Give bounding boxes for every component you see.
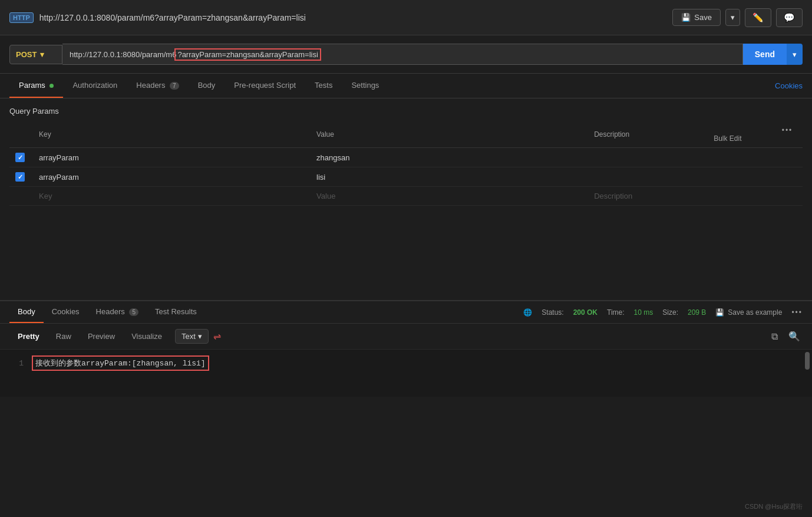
title-actions: 💾 Save ▾ ✏️ 💬 (672, 8, 803, 27)
method-chevron-icon: ▾ (40, 50, 44, 59)
format-tab-raw[interactable]: Raw (48, 329, 80, 344)
save-dropdown-button[interactable]: ▾ (725, 9, 740, 26)
empty-extra-cell (708, 187, 803, 206)
response-meta: 🌐 Status: 200 OK Time: 10 ms Size: 209 B… (523, 308, 803, 317)
save-icon: 💾 (681, 13, 691, 22)
row2-value-cell[interactable]: lisi (311, 167, 588, 187)
edit-button[interactable]: ✏️ (745, 8, 771, 27)
code-content-1: 接收到的参数arrayParam:[zhangsan, lisi] (33, 357, 208, 370)
row1-value-cell[interactable]: zhangsan (311, 148, 588, 167)
format-tabs-left: Pretty Raw Preview Visualize Text ▾ ⇌ (9, 329, 221, 344)
copy-icon[interactable]: ⧉ (769, 329, 780, 344)
edit-icon: ✏️ (752, 12, 764, 22)
row2-checkbox[interactable] (15, 172, 25, 182)
row2-desc-cell[interactable] (588, 167, 708, 187)
empty-desc-cell[interactable]: Description (588, 187, 708, 206)
tab-headers[interactable]: Headers 7 (127, 74, 188, 98)
url-base: http://127.0.0.1:8080/param/m6 (70, 50, 176, 59)
response-more-icon[interactable]: ••• (791, 308, 803, 317)
response-tab-body[interactable]: Body (9, 301, 44, 323)
method-select[interactable]: POST ▾ (9, 45, 62, 64)
response-tab-cookies[interactable]: Cookies (44, 301, 88, 323)
table-row-empty: Key Value Description (9, 187, 803, 206)
response-headers-badge: 5 (129, 308, 138, 316)
empty-key-placeholder: Key (39, 192, 52, 200)
col-key: Key (33, 121, 311, 148)
bulk-edit-button[interactable]: Bulk Edit (714, 134, 797, 143)
url-bar: POST ▾ http://127.0.0.1:8080/param/m6 ?a… (0, 35, 812, 74)
empty-check-cell (9, 187, 33, 206)
query-params-title: Query Params (9, 107, 803, 116)
headers-badge: 7 (170, 82, 179, 90)
col-description: Description (588, 121, 708, 148)
format-type-chevron-icon: ▾ (198, 332, 202, 341)
globe-icon: 🌐 (523, 308, 532, 317)
title-bar: HTTP http://127.0.0.1:8080/param/m6?arra… (0, 0, 812, 35)
row2-check-cell (9, 167, 33, 187)
response-tab-test-results[interactable]: Test Results (147, 301, 205, 323)
size-label: Size: (662, 308, 678, 317)
format-type-label: Text (181, 332, 196, 341)
save-example-label: Save as example (728, 308, 782, 317)
response-tabs-left: Body Cookies Headers 5 Test Results (9, 301, 205, 323)
empty-key-cell[interactable]: Key (33, 187, 311, 206)
row2-value: lisi (316, 173, 325, 182)
tab-body[interactable]: Body (189, 74, 225, 98)
comment-button[interactable]: 💬 (776, 8, 803, 27)
cookies-link[interactable]: Cookies (775, 81, 803, 90)
tab-params[interactable]: Params (9, 74, 63, 98)
spacer (0, 206, 812, 300)
tab-tests[interactable]: Tests (305, 74, 342, 98)
format-type-select[interactable]: Text ▾ (175, 329, 209, 344)
tabs-left: Params Authorization Headers 7 Body Pre-… (9, 74, 388, 98)
url-display[interactable]: http://127.0.0.1:8080/param/m6 ?arrayPar… (62, 44, 743, 65)
row1-extra-cell (708, 148, 803, 167)
empty-value-placeholder: Value (316, 192, 335, 200)
save-button[interactable]: 💾 Save (672, 9, 721, 26)
table-row: arrayParam lisi (9, 167, 803, 187)
search-icon[interactable]: 🔍 (786, 328, 803, 344)
time-value: 10 ms (634, 308, 653, 317)
size-value: 209 B (688, 308, 706, 317)
format-tab-preview[interactable]: Preview (80, 329, 123, 344)
save-example-icon: 💾 (715, 308, 724, 317)
save-example-button[interactable]: 💾 Save as example (715, 308, 782, 317)
http-badge: HTTP (9, 12, 34, 23)
tab-settings[interactable]: Settings (342, 74, 388, 98)
send-button[interactable]: Send (743, 44, 787, 65)
send-label: Send (755, 50, 775, 59)
more-options-icon[interactable]: ••• (782, 126, 793, 134)
status-value: 200 OK (573, 308, 598, 317)
col-check (9, 121, 33, 148)
row2-key-cell[interactable]: arrayParam (33, 167, 311, 187)
empty-value-cell[interactable]: Value (311, 187, 588, 206)
row1-value: zhangsan (316, 153, 349, 162)
row2-key: arrayParam (39, 173, 79, 182)
response-body: 1 接收到的参数arrayParam:[zhangsan, lisi] (0, 350, 812, 397)
format-tab-visualize[interactable]: Visualize (123, 329, 170, 344)
code-line-1: 1 接收到的参数arrayParam:[zhangsan, lisi] (9, 357, 803, 370)
word-wrap-icon[interactable]: ⇌ (213, 331, 221, 342)
row1-key-cell[interactable]: arrayParam (33, 148, 311, 167)
tab-pre-request[interactable]: Pre-request Script (225, 74, 305, 98)
method-label: POST (16, 50, 37, 59)
title-url: http://127.0.0.1:8080/param/m6?arrayPara… (39, 13, 306, 22)
params-section: Query Params Key Value Description ••• B… (0, 98, 812, 206)
params-dot (49, 84, 54, 88)
row1-key: arrayParam (39, 153, 79, 162)
row1-checkbox[interactable] (15, 153, 25, 162)
url-query: ?arrayParam=zhangsan&arrayParam=lisi (176, 50, 319, 59)
response-tabs: Body Cookies Headers 5 Test Results 🌐 St… (0, 301, 812, 324)
row2-extra-cell (708, 167, 803, 187)
col-value: Value (311, 121, 588, 148)
response-area: Body Cookies Headers 5 Test Results 🌐 St… (0, 300, 812, 397)
row1-desc-cell[interactable] (588, 148, 708, 167)
scrollbar-indicator[interactable] (805, 352, 810, 370)
line-number-1: 1 (9, 359, 24, 368)
format-tab-pretty[interactable]: Pretty (9, 329, 48, 344)
send-dropdown-button[interactable]: ▾ (787, 44, 803, 65)
format-tabs: Pretty Raw Preview Visualize Text ▾ ⇌ ⧉ … (0, 324, 812, 350)
response-tab-headers[interactable]: Headers 5 (88, 301, 147, 323)
row1-check-cell (9, 148, 33, 167)
tab-authorization[interactable]: Authorization (63, 74, 127, 98)
